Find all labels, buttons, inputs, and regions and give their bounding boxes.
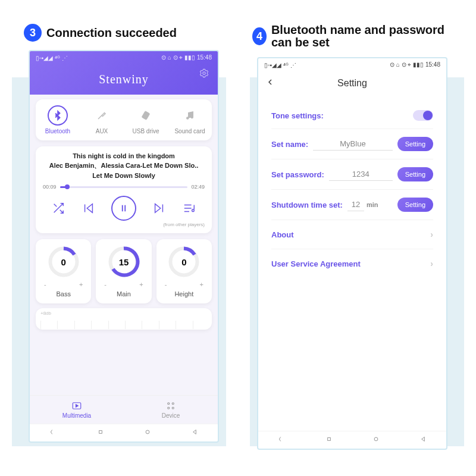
app-header: ▯▫▪◢◢ ⁴ᴳ ⋰ ⊙ ⌂ ⊙ ⌖ ▮▮▯ 15:48 Stenwiny bbox=[30, 51, 218, 95]
pause-button[interactable] bbox=[111, 196, 136, 221]
svg-point-8 bbox=[168, 403, 170, 405]
source-soundcard[interactable]: Sound card bbox=[168, 105, 212, 134]
tab-multimedia-label: Multimedia bbox=[62, 412, 91, 419]
gear-icon[interactable] bbox=[199, 68, 209, 79]
set-password-label: Set password: bbox=[271, 170, 324, 179]
time-duration: 02:49 bbox=[191, 184, 205, 190]
step-title-3: Connection succeeded bbox=[46, 27, 177, 39]
name-input[interactable] bbox=[313, 137, 393, 151]
dial-main[interactable]: 15 -+ Main bbox=[96, 239, 151, 303]
nav-home-icon[interactable] bbox=[96, 428, 105, 439]
nav-menu-icon[interactable] bbox=[49, 428, 58, 439]
brand-logo: Stenwiny bbox=[30, 64, 218, 90]
tone-settings-label: Tone settings: bbox=[271, 111, 324, 120]
svg-rect-1 bbox=[142, 111, 150, 120]
row-about[interactable]: About › bbox=[271, 220, 433, 249]
svg-rect-14 bbox=[327, 437, 330, 440]
source-selector: Bluetooth AUX USB drive Sound card bbox=[36, 99, 212, 140]
svg-point-9 bbox=[172, 403, 174, 405]
tone-toggle[interactable] bbox=[413, 110, 433, 121]
source-bluetooth[interactable]: Bluetooth bbox=[36, 105, 80, 134]
step-header-3: 3 Connection succeeded bbox=[18, 24, 230, 42]
nav-circle-icon[interactable] bbox=[143, 428, 152, 439]
gauge-main: 15 bbox=[106, 244, 142, 280]
plus-icon[interactable]: + bbox=[200, 281, 203, 288]
time-current: 00:09 bbox=[43, 184, 57, 190]
main-label: Main bbox=[98, 290, 149, 298]
height-value: 0 bbox=[166, 244, 202, 280]
eq-label: +8db bbox=[40, 311, 51, 316]
svg-point-11 bbox=[172, 407, 174, 409]
svg-point-2 bbox=[187, 117, 189, 119]
settings-header: Setting bbox=[258, 71, 446, 95]
shuffle-icon[interactable] bbox=[50, 200, 67, 217]
nav-back-icon[interactable] bbox=[190, 428, 199, 439]
source-usb[interactable]: USB drive bbox=[124, 105, 168, 134]
tab-multimedia[interactable]: Multimedia bbox=[30, 400, 124, 419]
settings-title: Setting bbox=[265, 78, 439, 89]
minus-icon[interactable]: - bbox=[104, 281, 107, 288]
source-aux-label: AUX bbox=[80, 128, 124, 134]
progress-row: 00:09 02:49 bbox=[43, 184, 205, 190]
android-navbar bbox=[30, 424, 218, 441]
minus-icon[interactable]: - bbox=[165, 281, 167, 288]
main-value: 15 bbox=[106, 244, 142, 280]
usb-icon bbox=[136, 105, 156, 126]
previous-icon[interactable] bbox=[80, 200, 97, 217]
shutdown-input[interactable] bbox=[347, 198, 364, 211]
row-user-agreement[interactable]: User Service Agreement › bbox=[271, 249, 433, 278]
tab-device-label: Device bbox=[162, 412, 180, 419]
height-label: Height bbox=[159, 290, 209, 298]
password-setting-button[interactable]: Setting bbox=[397, 167, 433, 181]
step-header-4: 4 Bluetooth name and password can be set bbox=[246, 24, 458, 49]
source-usb-label: USB drive bbox=[124, 128, 168, 134]
plus-icon[interactable]: + bbox=[79, 281, 83, 288]
aux-icon bbox=[92, 105, 112, 126]
nav-circle-icon[interactable] bbox=[372, 435, 380, 446]
svg-point-0 bbox=[203, 72, 206, 75]
bass-label: Bass bbox=[38, 290, 89, 298]
nav-home-icon[interactable] bbox=[325, 435, 333, 446]
eq-card[interactable]: +8db bbox=[36, 308, 212, 330]
gauge-bass: 0 bbox=[46, 244, 82, 280]
next-icon[interactable] bbox=[151, 200, 167, 217]
shutdown-label: Shutdown time set: bbox=[271, 201, 343, 209]
source-soundcard-label: Sound card bbox=[168, 128, 212, 134]
shutdown-setting-button[interactable]: Setting bbox=[397, 198, 433, 212]
svg-point-15 bbox=[374, 437, 378, 441]
password-input[interactable] bbox=[329, 168, 393, 181]
shutdown-unit: min bbox=[367, 201, 378, 208]
bass-value: 0 bbox=[46, 244, 82, 280]
set-name-label: Set name: bbox=[271, 140, 308, 149]
bluetooth-icon bbox=[48, 105, 68, 126]
row-shutdown-time: Shutdown time set: min Setting bbox=[271, 190, 433, 220]
svg-point-13 bbox=[146, 430, 149, 434]
svg-point-3 bbox=[191, 117, 193, 118]
about-label: About bbox=[271, 230, 294, 239]
playlist-icon[interactable] bbox=[181, 200, 198, 217]
row-set-password: Set password: Setting bbox=[271, 159, 433, 190]
row-tone-settings: Tone settings: bbox=[271, 102, 433, 129]
nav-back-icon[interactable] bbox=[419, 435, 427, 446]
minus-icon[interactable]: - bbox=[44, 281, 46, 288]
step-title-4: Bluetooth name and password can be set bbox=[271, 24, 458, 49]
svg-rect-12 bbox=[99, 430, 102, 433]
source-aux[interactable]: AUX bbox=[80, 105, 124, 134]
lyric-line: This night is cold in the kingdom bbox=[43, 152, 205, 159]
plus-icon[interactable]: + bbox=[139, 281, 143, 288]
device-icon bbox=[165, 400, 176, 411]
seek-bar[interactable] bbox=[60, 186, 188, 188]
bottom-tabs: Multimedia Device bbox=[30, 395, 218, 424]
phone-right: ▯▫▪◢◢ ⁴ᴳ ⋰ ⊙ ⌂ ⊙ ⌖ ▮▮▯ 15:48 Setting Ton… bbox=[257, 57, 447, 450]
track-title: Let Me Down Slowly bbox=[43, 172, 205, 179]
nav-menu-icon[interactable] bbox=[278, 435, 286, 446]
status-left: ▯▫▪◢◢ ⁴ᴳ ⋰ bbox=[264, 62, 296, 68]
status-left: ▯▫▪◢◢ ⁴ᴳ ⋰ bbox=[36, 55, 68, 61]
dial-bass[interactable]: 0 -+ Bass bbox=[36, 239, 91, 303]
name-setting-button[interactable]: Setting bbox=[397, 137, 433, 151]
tab-device[interactable]: Device bbox=[124, 400, 218, 419]
chevron-right-icon: › bbox=[430, 259, 433, 268]
gauge-height: 0 bbox=[166, 244, 202, 280]
track-artist-title: Alec Benjamin、Alessia Cara-Let Me Down S… bbox=[43, 161, 205, 170]
dial-height[interactable]: 0 -+ Height bbox=[156, 239, 212, 303]
